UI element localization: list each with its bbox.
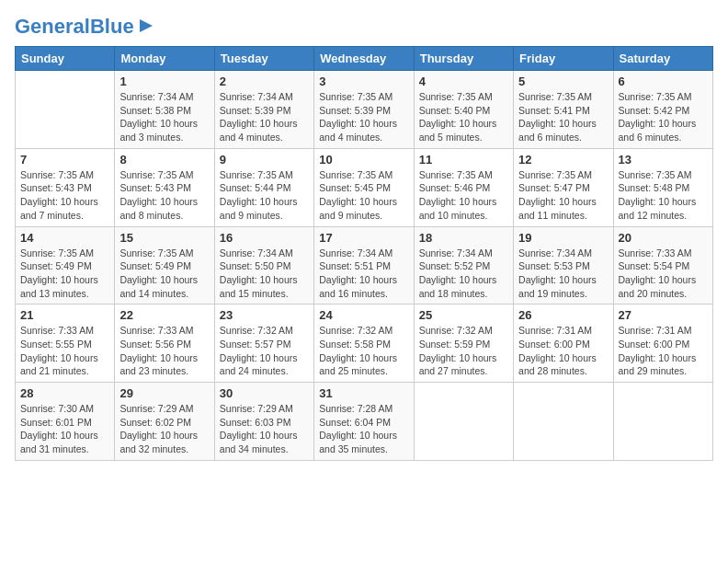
logo-text: GeneralBlue — [15, 15, 134, 39]
day-cell: 25Sunrise: 7:32 AMSunset: 5:59 PMDayligh… — [414, 304, 513, 383]
day-number: 16 — [220, 231, 309, 245]
day-info: Sunrise: 7:34 AMSunset: 5:38 PMDaylight:… — [119, 90, 209, 144]
day-cell: 19Sunrise: 7:34 AMSunset: 5:53 PMDayligh… — [514, 226, 613, 304]
logo: GeneralBlue — [15, 15, 156, 39]
day-number: 27 — [619, 308, 708, 322]
page-header: GeneralBlue — [15, 15, 713, 39]
day-number: 2 — [220, 75, 309, 88]
day-cell: 18Sunrise: 7:34 AMSunset: 5:52 PMDayligh… — [414, 226, 513, 304]
day-number: 12 — [518, 153, 608, 167]
day-cell: 29Sunrise: 7:29 AMSunset: 6:02 PMDayligh… — [115, 383, 214, 461]
day-cell: 10Sunrise: 7:35 AMSunset: 5:45 PMDayligh… — [314, 148, 414, 226]
day-number: 18 — [419, 231, 508, 245]
day-cell: 3Sunrise: 7:35 AMSunset: 5:39 PMDaylight… — [314, 71, 414, 149]
day-number: 28 — [20, 386, 109, 400]
day-cell: 30Sunrise: 7:29 AMSunset: 6:03 PMDayligh… — [214, 383, 313, 461]
day-cell: 11Sunrise: 7:35 AMSunset: 5:46 PMDayligh… — [414, 148, 513, 226]
day-cell — [613, 383, 712, 461]
day-info: Sunrise: 7:35 AMSunset: 5:39 PMDaylight:… — [319, 90, 408, 144]
day-cell: 12Sunrise: 7:35 AMSunset: 5:47 PMDayligh… — [514, 148, 613, 226]
day-cell: 4Sunrise: 7:35 AMSunset: 5:40 PMDaylight… — [414, 71, 513, 149]
day-cell: 5Sunrise: 7:35 AMSunset: 5:41 PMDaylight… — [514, 71, 613, 149]
day-cell: 23Sunrise: 7:32 AMSunset: 5:57 PMDayligh… — [214, 304, 313, 383]
header-wednesday: Wednesday — [314, 47, 414, 71]
day-number: 30 — [220, 386, 309, 400]
logo-general: General — [15, 15, 90, 38]
day-info: Sunrise: 7:28 AMSunset: 6:04 PMDaylight:… — [319, 402, 408, 456]
day-cell — [514, 383, 613, 461]
week-row-0: 1Sunrise: 7:34 AMSunset: 5:38 PMDaylight… — [16, 71, 713, 149]
day-cell: 14Sunrise: 7:35 AMSunset: 5:49 PMDayligh… — [16, 226, 115, 304]
day-cell: 6Sunrise: 7:35 AMSunset: 5:42 PMDaylight… — [613, 71, 712, 149]
week-row-3: 21Sunrise: 7:33 AMSunset: 5:55 PMDayligh… — [16, 304, 713, 383]
day-number: 5 — [518, 75, 608, 88]
day-info: Sunrise: 7:33 AMSunset: 5:54 PMDaylight:… — [619, 247, 708, 301]
day-number: 3 — [319, 75, 408, 88]
day-info: Sunrise: 7:31 AMSunset: 6:00 PMDaylight:… — [518, 324, 608, 378]
header-tuesday: Tuesday — [214, 47, 313, 71]
day-number: 21 — [20, 308, 109, 322]
day-number: 22 — [119, 308, 209, 322]
day-number: 15 — [119, 231, 209, 245]
week-row-2: 14Sunrise: 7:35 AMSunset: 5:49 PMDayligh… — [16, 226, 713, 304]
day-info: Sunrise: 7:35 AMSunset: 5:49 PMDaylight:… — [20, 247, 109, 301]
day-cell — [16, 71, 115, 149]
day-number: 23 — [220, 308, 309, 322]
day-cell: 24Sunrise: 7:32 AMSunset: 5:58 PMDayligh… — [314, 304, 414, 383]
day-number: 8 — [119, 153, 209, 167]
day-info: Sunrise: 7:35 AMSunset: 5:45 PMDaylight:… — [319, 168, 408, 223]
day-info: Sunrise: 7:29 AMSunset: 6:02 PMDaylight:… — [119, 402, 209, 456]
day-info: Sunrise: 7:29 AMSunset: 6:03 PMDaylight:… — [220, 402, 309, 456]
header-friday: Friday — [514, 47, 613, 71]
day-info: Sunrise: 7:35 AMSunset: 5:41 PMDaylight:… — [518, 90, 608, 144]
day-number: 29 — [119, 386, 209, 400]
day-info: Sunrise: 7:35 AMSunset: 5:42 PMDaylight:… — [619, 90, 708, 144]
day-number: 19 — [518, 231, 608, 245]
day-cell: 17Sunrise: 7:34 AMSunset: 5:51 PMDayligh… — [314, 226, 414, 304]
day-cell: 2Sunrise: 7:34 AMSunset: 5:39 PMDaylight… — [214, 71, 313, 149]
day-info: Sunrise: 7:34 AMSunset: 5:39 PMDaylight:… — [220, 90, 309, 144]
day-info: Sunrise: 7:35 AMSunset: 5:40 PMDaylight:… — [419, 90, 508, 144]
day-cell: 15Sunrise: 7:35 AMSunset: 5:49 PMDayligh… — [115, 226, 214, 304]
day-info: Sunrise: 7:35 AMSunset: 5:46 PMDaylight:… — [419, 168, 508, 223]
day-cell: 16Sunrise: 7:34 AMSunset: 5:50 PMDayligh… — [214, 226, 313, 304]
day-cell: 9Sunrise: 7:35 AMSunset: 5:44 PMDaylight… — [214, 148, 313, 226]
day-number: 24 — [319, 308, 408, 322]
day-cell: 13Sunrise: 7:35 AMSunset: 5:48 PMDayligh… — [613, 148, 712, 226]
day-number: 10 — [319, 153, 408, 167]
calendar-table: SundayMondayTuesdayWednesdayThursdayFrid… — [15, 46, 713, 461]
day-info: Sunrise: 7:31 AMSunset: 6:00 PMDaylight:… — [619, 324, 708, 378]
day-cell: 22Sunrise: 7:33 AMSunset: 5:56 PMDayligh… — [115, 304, 214, 383]
day-info: Sunrise: 7:35 AMSunset: 5:43 PMDaylight:… — [119, 168, 209, 223]
day-info: Sunrise: 7:35 AMSunset: 5:48 PMDaylight:… — [619, 168, 708, 223]
day-number: 25 — [419, 308, 508, 322]
day-info: Sunrise: 7:35 AMSunset: 5:44 PMDaylight:… — [220, 168, 309, 223]
day-info: Sunrise: 7:34 AMSunset: 5:51 PMDaylight:… — [319, 247, 408, 301]
week-row-4: 28Sunrise: 7:30 AMSunset: 6:01 PMDayligh… — [16, 383, 713, 461]
day-cell — [414, 383, 513, 461]
header-thursday: Thursday — [414, 47, 513, 71]
day-cell: 31Sunrise: 7:28 AMSunset: 6:04 PMDayligh… — [314, 383, 414, 461]
day-cell: 26Sunrise: 7:31 AMSunset: 6:00 PMDayligh… — [514, 304, 613, 383]
day-number: 20 — [619, 231, 708, 245]
day-cell: 8Sunrise: 7:35 AMSunset: 5:43 PMDaylight… — [115, 148, 214, 226]
day-number: 17 — [319, 231, 408, 245]
day-number: 13 — [619, 153, 708, 167]
day-number: 1 — [119, 75, 209, 88]
day-info: Sunrise: 7:33 AMSunset: 5:56 PMDaylight:… — [119, 324, 209, 378]
day-number: 11 — [419, 153, 508, 167]
header-sunday: Sunday — [16, 47, 115, 71]
day-info: Sunrise: 7:35 AMSunset: 5:43 PMDaylight:… — [20, 168, 109, 223]
day-info: Sunrise: 7:32 AMSunset: 5:59 PMDaylight:… — [419, 324, 508, 378]
logo-blue: Blue — [90, 15, 134, 38]
day-info: Sunrise: 7:34 AMSunset: 5:52 PMDaylight:… — [419, 247, 508, 301]
day-info: Sunrise: 7:33 AMSunset: 5:55 PMDaylight:… — [20, 324, 109, 378]
day-cell: 28Sunrise: 7:30 AMSunset: 6:01 PMDayligh… — [16, 383, 115, 461]
day-number: 6 — [619, 75, 708, 88]
week-row-1: 7Sunrise: 7:35 AMSunset: 5:43 PMDaylight… — [16, 148, 713, 226]
day-number: 4 — [419, 75, 508, 88]
logo-arrow-icon — [136, 16, 156, 36]
header-monday: Monday — [115, 47, 214, 71]
day-info: Sunrise: 7:34 AMSunset: 5:50 PMDaylight:… — [220, 247, 309, 301]
day-cell: 21Sunrise: 7:33 AMSunset: 5:55 PMDayligh… — [16, 304, 115, 383]
